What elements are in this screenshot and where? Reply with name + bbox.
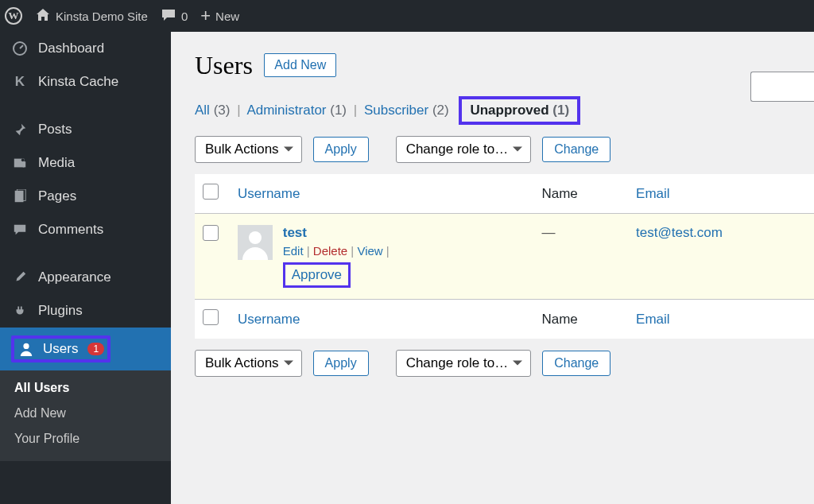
select-all-checkbox[interactable] bbox=[203, 184, 219, 200]
comments-link[interactable]: 0 bbox=[161, 7, 188, 25]
menu-label: Posts bbox=[38, 122, 72, 138]
users-table: Username Name Email test Edit | Delete |… bbox=[195, 174, 814, 339]
avatar bbox=[238, 225, 273, 260]
menu-pages[interactable]: Pages bbox=[0, 180, 171, 213]
svg-point-5 bbox=[23, 343, 29, 349]
filter-administrator[interactable]: Administrator bbox=[246, 103, 326, 118]
highlight-users: Users 1 bbox=[11, 335, 110, 362]
user-icon bbox=[17, 340, 35, 358]
menu-appearance[interactable]: Appearance bbox=[0, 261, 171, 294]
search-input[interactable] bbox=[750, 72, 814, 102]
menu-kinsta-cache[interactable]: K Kinsta Cache bbox=[0, 65, 171, 99]
menu-plugins[interactable]: Plugins bbox=[0, 294, 171, 328]
add-new-button[interactable]: Add New bbox=[264, 53, 336, 77]
apply-button[interactable]: Apply bbox=[313, 137, 369, 162]
menu-label: Comments bbox=[38, 222, 103, 238]
filter-unapproved-count: (1) bbox=[552, 103, 569, 118]
new-link[interactable]: + New bbox=[200, 6, 239, 26]
bulk-actions-select-bottom[interactable]: Bulk Actions bbox=[195, 350, 302, 377]
table-row: test Edit | Delete | View | Approve — te… bbox=[195, 214, 814, 300]
approve-link[interactable]: Approve bbox=[292, 267, 342, 282]
view-link[interactable]: View bbox=[357, 244, 382, 258]
users-badge: 1 bbox=[87, 343, 104, 355]
wp-logo[interactable]: W bbox=[5, 7, 22, 25]
kinsta-icon: K bbox=[11, 73, 29, 91]
svg-point-2 bbox=[21, 159, 25, 162]
main-content: Users Add New All (3) | Administrator (1… bbox=[171, 32, 814, 504]
filter-all[interactable]: All bbox=[195, 103, 210, 118]
comment-icon bbox=[161, 7, 176, 25]
new-label: New bbox=[215, 10, 239, 23]
col-username-foot[interactable]: Username bbox=[230, 300, 533, 339]
filter-sub-count: (2) bbox=[432, 103, 449, 118]
dashboard-icon bbox=[11, 40, 29, 57]
bulk-actions-select[interactable]: Bulk Actions bbox=[195, 136, 302, 163]
submenu-all-users[interactable]: All Users bbox=[0, 375, 171, 401]
comments-count: 0 bbox=[181, 10, 188, 23]
col-username[interactable]: Username bbox=[230, 174, 533, 214]
menu-label: Appearance bbox=[38, 269, 111, 285]
col-name-foot: Name bbox=[533, 300, 628, 339]
wordpress-icon: W bbox=[5, 7, 22, 25]
menu-label: Plugins bbox=[38, 303, 83, 319]
delete-link[interactable]: Delete bbox=[313, 244, 347, 258]
filter-unapproved-label: Unapproved bbox=[470, 103, 548, 118]
site-link[interactable]: Kinsta Demo Site bbox=[35, 7, 148, 25]
menu-label: Dashboard bbox=[38, 41, 104, 56]
menu-label: Kinsta Cache bbox=[38, 74, 118, 90]
brush-icon bbox=[11, 269, 29, 286]
menu-label: Users bbox=[43, 341, 78, 357]
col-name: Name bbox=[533, 174, 628, 214]
change-role-select[interactable]: Change role to… bbox=[396, 136, 532, 163]
cell-name: — bbox=[533, 214, 628, 300]
change-button-bottom[interactable]: Change bbox=[542, 351, 610, 376]
pages-icon bbox=[11, 188, 29, 205]
row-checkbox[interactable] bbox=[203, 225, 219, 241]
menu-media[interactable]: Media bbox=[0, 146, 171, 180]
plug-icon bbox=[11, 302, 29, 320]
submenu-add-new[interactable]: Add New bbox=[0, 401, 171, 426]
comment-icon bbox=[11, 221, 29, 238]
page-title: Users bbox=[195, 51, 253, 80]
edit-link[interactable]: Edit bbox=[283, 244, 304, 258]
menu-dashboard[interactable]: Dashboard bbox=[0, 32, 171, 65]
select-all-checkbox-foot[interactable] bbox=[203, 309, 219, 325]
bulk-actions-top: Bulk Actions Apply Change role to… Chang… bbox=[195, 136, 814, 163]
pin-icon bbox=[11, 121, 29, 138]
change-role-select-bottom[interactable]: Change role to… bbox=[396, 350, 532, 377]
filter-all-count: (3) bbox=[214, 103, 231, 118]
col-email[interactable]: Email bbox=[628, 174, 814, 214]
submenu-your-profile[interactable]: Your Profile bbox=[0, 426, 171, 452]
menu-users[interactable]: Users 1 bbox=[0, 328, 171, 370]
filter-admin-count: (1) bbox=[330, 103, 347, 118]
username-link[interactable]: test bbox=[283, 225, 307, 240]
apply-button-bottom[interactable]: Apply bbox=[313, 351, 369, 376]
change-button[interactable]: Change bbox=[542, 137, 610, 162]
menu-label: Media bbox=[38, 155, 75, 171]
menu-label: Pages bbox=[38, 188, 76, 204]
site-name: Kinsta Demo Site bbox=[56, 10, 148, 23]
user-filters: All (3) | Administrator (1) | Subscriber… bbox=[195, 96, 814, 125]
filter-unapproved[interactable]: Unapproved (1) bbox=[459, 96, 580, 125]
menu-comments[interactable]: Comments bbox=[0, 213, 171, 246]
home-icon bbox=[35, 7, 51, 25]
bulk-actions-bottom: Bulk Actions Apply Change role to… Chang… bbox=[195, 350, 814, 377]
approve-highlight: Approve bbox=[283, 262, 351, 288]
plus-icon: + bbox=[200, 6, 211, 26]
filter-subscriber[interactable]: Subscriber bbox=[364, 103, 428, 118]
admin-bar: W Kinsta Demo Site 0 + New bbox=[0, 0, 814, 32]
media-icon bbox=[11, 154, 29, 172]
users-submenu: All Users Add New Your Profile bbox=[0, 370, 171, 461]
row-actions: Edit | Delete | View | bbox=[283, 244, 390, 258]
col-email-foot[interactable]: Email bbox=[628, 300, 814, 339]
email-link[interactable]: test@test.com bbox=[636, 225, 723, 240]
admin-sidebar: Dashboard K Kinsta Cache Posts Media Pag… bbox=[0, 32, 171, 504]
menu-posts[interactable]: Posts bbox=[0, 113, 171, 146]
